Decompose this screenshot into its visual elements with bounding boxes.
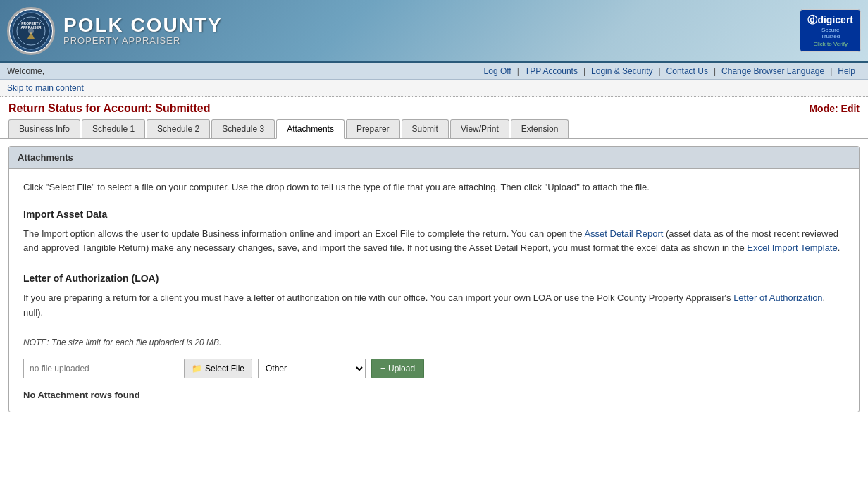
select-file-button[interactable]: 📁 Select File — [184, 359, 252, 378]
welcome-text: Welcome, — [7, 66, 44, 76]
import-text-1: The Import option allows the user to upd… — [23, 228, 584, 239]
top-nav-bar: Welcome, Log Off | TPP Accounts | Login … — [0, 63, 868, 80]
tpp-accounts-link[interactable]: TPP Accounts — [519, 66, 583, 76]
contact-us-link[interactable]: Contact Us — [661, 66, 714, 76]
select-file-label: Select File — [205, 364, 244, 373]
mode-label: Mode: Edit — [809, 103, 860, 114]
digicert-secure: Secure — [822, 27, 839, 33]
tabs-row: Business Info Schedule 1 Schedule 2 Sche… — [0, 119, 868, 139]
tab-preparer[interactable]: Preparer — [346, 119, 400, 138]
loa-text-1: If you are preparing a return for a clie… — [23, 292, 733, 303]
loa-note: NOTE: The size limit for each file uploa… — [23, 338, 845, 347]
digicert-logo-text: ⓓdigicert — [807, 14, 853, 27]
section-body: Click "Select File" to select a file on … — [9, 169, 859, 412]
page-title: Return Status for Account: Submitted — [8, 102, 211, 115]
excel-import-template-link[interactable]: Excel Import Template — [747, 242, 837, 253]
logo-block: PROPERTY APPRAISER POLK COUNTY PROPERTY … — [7, 7, 223, 55]
logo-text: POLK COUNTY PROPERTY APPRAISER — [63, 16, 223, 46]
tab-view-print[interactable]: View/Print — [450, 119, 509, 138]
tab-schedule3[interactable]: Schedule 3 — [211, 119, 275, 138]
loa-section: Letter of Authorization (LOA) If you are… — [23, 273, 845, 347]
logo-circle: PROPERTY APPRAISER — [7, 7, 55, 55]
file-type-dropdown[interactable]: Other Asset Detail Report Letter of Auth… — [258, 359, 366, 378]
help-link[interactable]: Help — [832, 66, 861, 76]
import-text-3: . — [838, 242, 841, 253]
folder-icon: 📁 — [192, 364, 202, 373]
import-description: The Import option allows the user to upd… — [23, 227, 845, 257]
loa-link[interactable]: Letter of Authorization — [733, 292, 822, 303]
tab-business-info[interactable]: Business Info — [8, 119, 80, 138]
svg-point-5 — [28, 28, 34, 34]
asset-detail-report-link[interactable]: Asset Detail Report — [584, 228, 663, 239]
upload-row: 📁 Select File Other Asset Detail Report … — [23, 359, 845, 378]
change-language-link[interactable]: Change Browser Language — [716, 66, 830, 76]
tab-extension[interactable]: Extension — [511, 119, 569, 138]
instruction-text: Click "Select File" to select a file on … — [23, 180, 845, 194]
digicert-badge[interactable]: ⓓdigicert Secure Trusted Click to Verify — [800, 9, 861, 52]
import-title: Import Asset Data — [23, 209, 845, 220]
tab-schedule1[interactable]: Schedule 1 — [82, 119, 145, 138]
import-asset-section: Import Asset Data The Import option allo… — [23, 209, 845, 257]
tab-schedule2[interactable]: Schedule 2 — [147, 119, 210, 138]
tab-submit[interactable]: Submit — [402, 119, 449, 138]
digicert-trusted: Trusted — [821, 33, 840, 39]
site-header: PROPERTY APPRAISER POLK COUNTY PROPERTY … — [0, 0, 868, 63]
log-off-link[interactable]: Log Off — [478, 66, 517, 76]
skip-link-bar: Skip to main content — [0, 80, 868, 97]
loa-description: If you are preparing a return for a clie… — [23, 291, 845, 321]
page-header-row: Return Status for Account: Submitted Mod… — [0, 97, 868, 119]
digicert-click: Click to Verify — [813, 41, 847, 47]
login-security-link[interactable]: Login & Security — [585, 66, 658, 76]
no-attachment-message: No Attachment rows found — [23, 390, 845, 400]
county-name: POLK COUNTY — [63, 16, 223, 35]
skip-to-main-link[interactable]: Skip to main content — [7, 83, 84, 93]
loa-title: Letter of Authorization (LOA) — [23, 273, 845, 284]
tab-attachments[interactable]: Attachments — [276, 119, 345, 139]
main-content: Attachments Click "Select File" to selec… — [0, 139, 868, 419]
upload-label: Upload — [388, 364, 415, 373]
section-header: Attachments — [9, 147, 859, 169]
appraiser-subtitle: PROPERTY APPRAISER — [63, 35, 223, 46]
upload-button[interactable]: + Upload — [371, 359, 424, 378]
attachments-section: Attachments Click "Select File" to selec… — [8, 146, 860, 412]
file-name-display — [23, 359, 178, 378]
upload-icon: + — [380, 364, 385, 373]
logo-inner: PROPERTY APPRAISER — [10, 10, 52, 52]
